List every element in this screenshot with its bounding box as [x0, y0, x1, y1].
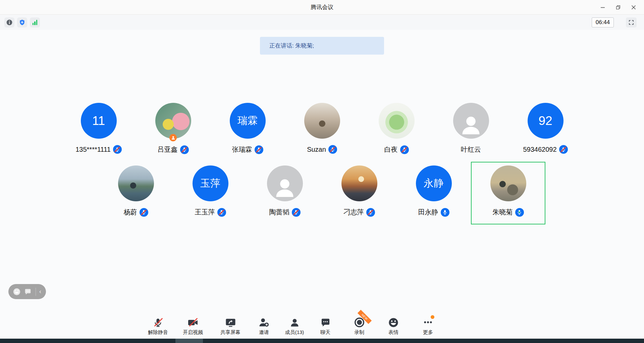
participant-tile[interactable]: 永静 田永静 — [396, 162, 471, 224]
mic-muted-icon — [255, 145, 263, 154]
members-button[interactable]: 成员(13) — [278, 317, 311, 336]
avatar-initials: 永静 — [416, 165, 452, 201]
reactions-button[interactable]: 表情 — [377, 317, 410, 336]
window-title: 腾讯会议 — [311, 3, 333, 11]
participant-name: 593462092 — [523, 146, 556, 153]
avatar-photo — [379, 103, 415, 139]
unmute-button[interactable]: 解除静音 — [142, 317, 174, 336]
mic-muted-icon — [180, 145, 189, 154]
participant-name: 叶红云 — [461, 145, 481, 154]
quick-chat-button[interactable] — [24, 288, 32, 295]
close-icon — [631, 5, 636, 10]
participant-row-1: 11 135****1111 吕亚鑫 瑞霖 — [0, 99, 644, 162]
mic-muted-icon — [400, 145, 409, 154]
window-controls — [595, 0, 641, 15]
participant-tile[interactable]: 11 135****1111 — [61, 99, 136, 162]
participant-name: 陶蕾韬 — [269, 208, 289, 217]
members-icon — [289, 317, 300, 328]
mic-muted-icon — [366, 208, 375, 217]
minimize-button[interactable] — [595, 1, 610, 13]
network-status-button[interactable] — [30, 17, 40, 27]
more-button[interactable]: 更多 — [412, 317, 444, 336]
avatar-photo — [304, 103, 340, 139]
participant-tile[interactable]: 瑞霖 张瑞霖 — [210, 99, 285, 162]
participant-name: 杨蔚 — [124, 208, 137, 217]
participant-name: Suzan — [307, 146, 326, 153]
chat-bubble-icon — [24, 288, 32, 295]
meeting-info-button[interactable] — [4, 17, 14, 27]
network-signal-icon — [33, 20, 38, 25]
mic-muted-icon — [217, 208, 226, 217]
mic-speaking-icon — [515, 208, 524, 217]
person-silhouette-icon — [459, 113, 483, 137]
mic-muted-icon — [292, 208, 301, 217]
mic-muted-icon — [113, 145, 122, 154]
participant-name: 吕亚鑫 — [158, 145, 178, 154]
participant-name: 朱晓菊 — [493, 208, 513, 217]
share-screen-icon — [225, 317, 236, 328]
avatar-placeholder — [453, 103, 489, 139]
invite-button[interactable]: 邀请 — [248, 317, 280, 336]
avatar-initials: 11 — [81, 103, 117, 139]
participant-grid: 11 135****1111 吕亚鑫 瑞霖 — [0, 99, 644, 224]
restore-button[interactable] — [610, 1, 626, 13]
fullscreen-icon — [628, 19, 634, 25]
participant-tile[interactable]: 陶蕾韬 — [248, 162, 322, 224]
emoji-icon — [388, 317, 399, 328]
info-icon — [6, 19, 13, 26]
person-silhouette-icon — [273, 176, 297, 200]
avatar-placeholder — [267, 165, 303, 201]
restore-icon — [615, 5, 621, 10]
record-button[interactable]: NEW 录制 — [343, 317, 375, 336]
avatar-photo — [118, 165, 154, 201]
participant-tile[interactable]: Suzan — [285, 99, 359, 162]
security-button[interactable] — [17, 17, 27, 27]
pill-divider — [36, 288, 36, 296]
speaking-banner: 正在讲话: 朱晓菊; — [260, 37, 384, 55]
speaking-banner-text: 正在讲话: 朱晓菊; — [269, 42, 314, 50]
quick-emoji-button[interactable] — [13, 288, 21, 296]
fullscreen-button[interactable] — [626, 17, 637, 27]
avatar-initials: 玉萍 — [193, 165, 228, 201]
mic-muted-icon — [140, 208, 148, 217]
participant-tile[interactable]: 叶红云 — [434, 99, 508, 162]
participant-tile[interactable]: 白夜 — [359, 99, 434, 162]
participant-row-2: 杨蔚 玉萍 王玉萍 陶蕾韬 刁志萍 — [0, 162, 644, 224]
mic-unmuted-icon — [441, 208, 449, 217]
participant-tile[interactable]: 92 593462092 — [508, 99, 583, 162]
collapse-pill-button[interactable]: ‹ — [39, 288, 41, 295]
participant-name: 王玉萍 — [195, 208, 215, 217]
participant-tile[interactable]: 刁志萍 — [322, 162, 396, 224]
chat-icon — [320, 317, 331, 328]
invite-icon — [259, 317, 270, 328]
title-bar: 腾讯会议 — [0, 0, 644, 15]
participant-tile[interactable]: 吕亚鑫 — [136, 99, 210, 162]
avatar-initials: 瑞霖 — [230, 103, 266, 139]
status-icon-group — [4, 17, 40, 27]
person-icon — [171, 136, 175, 140]
taskbar-strip — [0, 339, 644, 343]
participant-name: 田永静 — [418, 208, 438, 217]
avatar-photo — [341, 165, 377, 201]
chat-button[interactable]: 聊天 — [309, 317, 341, 336]
avatar-photo — [490, 165, 526, 201]
mic-muted-icon — [328, 145, 337, 154]
share-screen-button[interactable]: 共享屏幕 — [214, 317, 247, 336]
participant-name: 张瑞霖 — [232, 145, 252, 154]
mic-muted-icon — [559, 145, 568, 154]
participant-tile-speaking[interactable]: 朱晓菊 — [471, 162, 545, 224]
close-button[interactable] — [626, 1, 641, 13]
emoji-icon — [13, 288, 21, 296]
profile-person-badge — [169, 134, 177, 141]
reaction-pill: ‹ — [8, 284, 46, 299]
bottom-toolbar: 解除静音 开启视频 共享屏幕 邀请 成员(13) 聊天 — [0, 317, 644, 339]
participant-tile[interactable]: 玉萍 王玉萍 — [173, 162, 248, 224]
start-video-button[interactable]: 开启视频 — [177, 317, 209, 336]
taskbar-segment — [175, 339, 203, 343]
participant-name: 刁志萍 — [344, 208, 364, 217]
avatar-photo — [155, 103, 191, 139]
participant-tile[interactable]: 杨蔚 — [99, 162, 173, 224]
participant-name: 135****1111 — [75, 146, 111, 153]
minimize-icon — [600, 5, 605, 10]
avatar-initials: 92 — [528, 103, 564, 139]
